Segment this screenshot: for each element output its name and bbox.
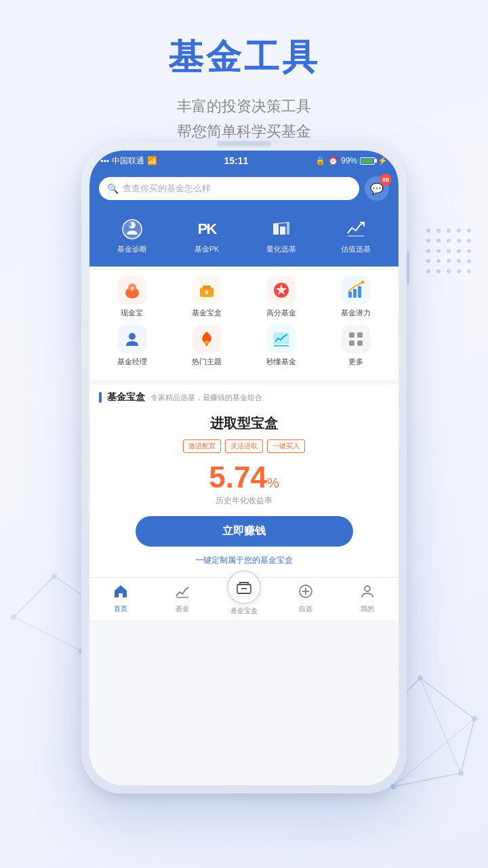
- nav-tabs: 基金诊断 PK 基金PK 量化选基: [89, 208, 399, 267]
- bottom-nav-home[interactable]: 首页: [89, 584, 151, 614]
- signal-icon: ▪▪▪: [100, 156, 109, 165]
- tab-lianghhua-label: 量化选基: [266, 244, 296, 254]
- bottom-nav-fund-box[interactable]: 基金宝盒: [213, 581, 274, 616]
- rate-percent: %: [267, 475, 279, 490]
- phone-side-button: [407, 251, 409, 285]
- svg-point-4: [467, 229, 471, 233]
- status-time: 15:11: [224, 155, 248, 166]
- message-badge: 86: [380, 174, 392, 186]
- svg-point-22: [447, 269, 451, 273]
- search-area: 🔍 查查你买的基金怎么样 💬 86: [89, 171, 399, 208]
- svg-point-33: [472, 716, 477, 722]
- battery-percent: 99%: [341, 156, 357, 165]
- svg-rect-51: [287, 222, 289, 235]
- svg-point-19: [467, 259, 471, 263]
- remenzhuiti-label: 热门主题: [192, 357, 222, 367]
- svg-rect-62: [348, 292, 352, 298]
- phone-home-indicator: [217, 141, 271, 146]
- phone-mockup: ▪▪▪ 中国联通 📶 15:11 🔒 ⏰ 99% ⚡: [81, 142, 407, 793]
- grid-item-remenzhuiti[interactable]: 热门主题: [174, 325, 240, 367]
- svg-point-1: [436, 229, 441, 233]
- fund-icon: [175, 584, 190, 602]
- svg-point-9: [467, 239, 471, 243]
- action-button[interactable]: 立即赚钱: [136, 516, 353, 547]
- svg-point-42: [11, 614, 16, 620]
- gengduo-icon: [342, 325, 370, 353]
- svg-point-43: [52, 574, 57, 579]
- svg-text:¥: ¥: [131, 285, 134, 292]
- section-indicator: [99, 392, 102, 403]
- pk-icon: PK: [195, 217, 219, 241]
- wifi-icon: 📶: [147, 156, 157, 165]
- svg-point-12: [447, 249, 451, 253]
- svg-rect-73: [357, 340, 363, 346]
- svg-point-17: [447, 259, 451, 263]
- jiajinqianli-icon: [342, 276, 370, 304]
- svg-point-7: [447, 239, 451, 243]
- link-text[interactable]: 一键定制属于您的基金宝盒: [99, 555, 389, 566]
- gengduo-label: 更多: [348, 357, 363, 367]
- svg-text:¥: ¥: [205, 289, 208, 296]
- gaofenjiajin-label: 高分基金: [266, 308, 296, 318]
- grid-item-gaofenjiajin[interactable]: 高分基金: [249, 276, 314, 318]
- svg-point-3: [457, 229, 461, 233]
- svg-rect-63: [353, 289, 357, 298]
- status-left: ▪▪▪ 中国联通 📶: [100, 155, 157, 167]
- tab-pk-label: 基金PK: [195, 244, 220, 254]
- header-section: 基金工具 丰富的投资决策工具 帮您简单科学买基金: [0, 0, 488, 158]
- search-box[interactable]: 🔍 查查你买的基金怎么样: [99, 177, 359, 200]
- svg-point-16: [436, 259, 441, 263]
- custom-label: 自选: [299, 604, 312, 614]
- tab-jiajin-zhenduan[interactable]: 基金诊断: [96, 213, 168, 258]
- svg-point-10: [426, 249, 430, 253]
- svg-rect-64: [358, 286, 361, 298]
- bottom-nav-mine[interactable]: 我的: [337, 584, 399, 614]
- status-right: 🔒 ⏰ 99% ⚡: [315, 156, 388, 165]
- grid-row-2: 基金经理 热门主题: [95, 325, 393, 367]
- grid-item-jiajinqianli[interactable]: 基金潜力: [323, 276, 389, 318]
- svg-point-11: [436, 249, 441, 253]
- grid-item-jiajinbahe[interactable]: ¥ 基金宝盒: [174, 276, 240, 318]
- grid-item-xianjinbao[interactable]: ¥ 现金宝: [100, 276, 165, 318]
- svg-rect-49: [273, 224, 279, 235]
- svg-point-66: [129, 333, 136, 340]
- tag-0: 激进配置: [183, 439, 221, 453]
- grid-item-miaodongjiajin[interactable]: 秒懂基金: [249, 325, 314, 367]
- grid-row-1: ¥ 现金宝 ¥: [95, 276, 393, 318]
- home-icon: [113, 584, 128, 602]
- phone-outer: ▪▪▪ 中国联通 📶 15:11 🔒 ⏰ 99% ⚡: [81, 142, 407, 793]
- svg-point-8: [457, 239, 461, 243]
- tab-guizhi-label: 估值选基: [341, 244, 371, 254]
- svg-point-0: [426, 229, 430, 233]
- guizhi-icon: [344, 217, 368, 241]
- custom-icon: [298, 584, 313, 602]
- svg-line-25: [420, 678, 474, 719]
- svg-rect-50: [280, 226, 285, 235]
- svg-point-34: [458, 770, 464, 776]
- battery-icon: [360, 157, 375, 165]
- tag-2: 一键买入: [267, 439, 305, 453]
- search-row: 🔍 查查你买的基金怎么样 💬 86: [99, 176, 389, 201]
- fund-box-center-button[interactable]: [227, 570, 261, 604]
- bottom-nav-custom[interactable]: 自选: [275, 584, 337, 614]
- svg-point-80: [365, 586, 370, 591]
- tab-guizhi[interactable]: 估值选基: [320, 213, 392, 258]
- rate-display: 5.74%: [99, 462, 389, 492]
- card-main-title: 进取型宝盒: [99, 414, 389, 433]
- mine-icon: [360, 584, 375, 602]
- rate-label: 历史年化收益率: [99, 495, 389, 507]
- message-button[interactable]: 💬 86: [365, 176, 389, 201]
- grid-item-gengduo[interactable]: 更多: [323, 325, 389, 367]
- tab-lianghhua[interactable]: 量化选基: [245, 213, 317, 258]
- jiajingjingli-icon: [118, 325, 146, 353]
- bottom-nav-fund[interactable]: 基金: [151, 584, 213, 614]
- svg-point-21: [436, 269, 441, 273]
- card-area: 进取型宝盒 激进配置 灵活进取 一键买入 5.74% 历史年化收益率 立即赚钱 …: [89, 408, 399, 577]
- carrier-name: 中国联通: [112, 155, 144, 167]
- grid-item-jiajingjingli[interactable]: 基金经理: [100, 325, 165, 367]
- jiajingjingli-label: 基金经理: [117, 357, 147, 367]
- page-title: 基金工具: [0, 34, 488, 81]
- svg-point-48: [127, 222, 131, 226]
- tab-jiajin-pk[interactable]: PK 基金PK: [171, 213, 243, 258]
- svg-point-6: [436, 239, 441, 243]
